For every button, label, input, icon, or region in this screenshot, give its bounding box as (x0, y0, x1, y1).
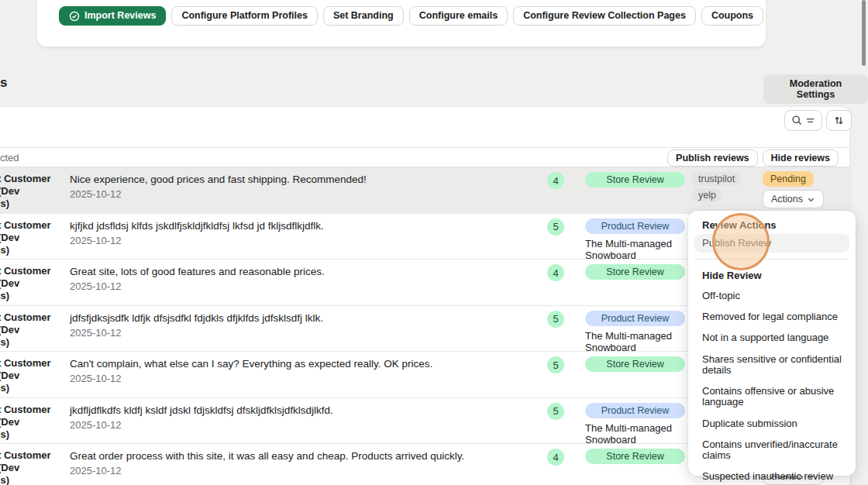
review-type-cell: Product Review The Multi-managed Snowboa… (585, 218, 694, 262)
configure-platform-profiles-button[interactable]: Configure Platform Profiles (171, 6, 318, 26)
chevron-down-icon (807, 195, 815, 204)
review-type-badge: Store Review (585, 449, 685, 464)
actions-dropdown-menu: Review Actions Publish Review Hide Revie… (688, 211, 856, 476)
customer-name: t Customer (Dev ls) (0, 449, 69, 485)
review-cell: kjfjkd jdsfldsj klfds jskdlfjskldjfkldfs… (70, 220, 519, 246)
import-reviews-label: Import Reviews (84, 10, 156, 22)
review-type-badge: Product Review (585, 403, 685, 418)
status-badge: Pending (763, 171, 814, 187)
product-name: The Multi-managed Snowboard (585, 330, 694, 354)
actions-label: Actions (771, 194, 803, 205)
actions-button[interactable]: Actions (763, 190, 824, 208)
set-branding-button[interactable]: Set Branding (323, 6, 404, 26)
setup-toolbar: Import Reviews Configure Platform Profil… (59, 6, 763, 26)
menu-item-publish-review[interactable]: Publish Review (694, 234, 849, 253)
review-type-badge: Product Review (585, 311, 685, 326)
menu-item-hide-reason[interactable]: Shares sensitive or confidential details (694, 349, 849, 380)
review-cell: Nice experience, good prices and fast sh… (70, 174, 519, 200)
menu-item-hide-reason[interactable]: Contains offensive or abusive language (694, 381, 849, 413)
review-cell: Great order process with this site, it w… (70, 450, 519, 476)
customer-name: t Customer (Dev ls) (0, 311, 69, 349)
review-cell: jdfsfjdksjsdfk ldfjk dfsjsdfkl fdjdkls d… (70, 312, 519, 339)
rating-badge: 5 (547, 218, 564, 236)
bulk-actions: Publish reviews Hide reviews (667, 150, 839, 167)
review-actions-header: Review Actions (694, 217, 849, 234)
review-type-cell: Product Review The Multi-managed Snowboa… (585, 311, 694, 354)
configure-review-collection-pages-button[interactable]: Configure Review Collection Pages (513, 6, 696, 26)
review-type-cell: Store Review (585, 172, 694, 187)
setup-card: Import Reviews Configure Platform Profil… (37, 0, 766, 46)
review-date: 2025-10-12 (70, 419, 519, 431)
rating-badge: 5 (547, 403, 564, 420)
search-icon (791, 115, 803, 126)
review-type-cell: Product Review The Multi-managed Snowboa… (585, 403, 694, 446)
hide-reasons-list: Off-topicRemoved for legal complianceNot… (694, 285, 849, 485)
menu-divider (695, 259, 849, 260)
product-name: The Multi-managed Snowboard (585, 238, 694, 262)
search-filter-button[interactable] (784, 110, 822, 131)
filter-lines-icon (805, 115, 815, 126)
publish-reviews-button[interactable]: Publish reviews (667, 150, 757, 167)
review-type-badge: Store Review (585, 172, 685, 187)
rating-badge: 4 (547, 172, 564, 189)
menu-item-hide-reason[interactable]: Removed for legal compliance (694, 306, 849, 327)
customer-name: t Customer (Dev ls) (0, 173, 69, 210)
review-date: 2025-10-12 (70, 327, 519, 339)
customer-name: t Customer (Dev ls) (0, 219, 69, 256)
menu-item-hide-review[interactable]: Hide Review (694, 266, 849, 285)
review-date: 2025-10-12 (70, 373, 519, 384)
menu-item-hide-reason[interactable]: Off-topic (694, 285, 849, 306)
table-controls (784, 110, 852, 131)
review-date: 2025-10-12 (70, 188, 519, 200)
rating-badge: 4 (547, 264, 564, 281)
menu-item-hide-reason[interactable]: Not in a supported language (694, 328, 849, 349)
table-row[interactable]: t Customer (Dev ls) bquillmedia.co.uk Ni… (0, 167, 849, 214)
review-type-badge: Store Review (585, 264, 685, 280)
rating-badge: 4 (547, 449, 564, 466)
review-type-badge: Store Review (585, 356, 685, 372)
check-circle-icon (69, 11, 80, 22)
platform-tag: yelp (692, 188, 722, 202)
review-date: 2025-10-12 (70, 465, 519, 476)
sort-arrows-icon (833, 115, 845, 126)
product-name: The Multi-managed Snowboard (585, 422, 694, 446)
review-type-cell: Store Review (585, 264, 694, 280)
tags-col: trustpilot yelp (692, 172, 741, 202)
review-type-cell: Store Review (585, 356, 694, 372)
customer-name: t Customer (Dev ls) (0, 404, 69, 441)
page-title-partial: s (0, 75, 7, 91)
review-cell: Can't complain, what else can I say? Eve… (70, 358, 519, 384)
review-text: Nice experience, good prices and fast sh… (70, 174, 519, 186)
table-header-row: cted Publish reviews Hide reviews (0, 147, 849, 167)
menu-item-hide-reason[interactable]: Contains unverified/inaccurate claims (694, 434, 849, 466)
customer-name: t Customer (Dev ls) (0, 265, 69, 302)
hide-reviews-button[interactable]: Hide reviews (763, 150, 839, 167)
configure-emails-button[interactable]: Configure emails (409, 6, 508, 26)
review-date: 2025-10-12 (70, 280, 519, 292)
review-type-badge: Product Review (585, 218, 685, 234)
rating-badge: 5 (547, 356, 564, 373)
platform-tag: trustpilot (692, 172, 741, 186)
review-text: Can't complain, what else can I say? Eve… (70, 358, 519, 370)
vertical-scrollbar[interactable] (862, 0, 866, 66)
menu-item-hide-reason[interactable]: Suspected inauthentic review (694, 466, 849, 485)
customer-cell: t Customer (Dev ls) bquillmedia.co.uk (0, 449, 69, 485)
review-text: kjfjkd jdsfldsj klfds jskdlfjskldjfkldfs… (70, 220, 519, 232)
review-type-cell: Store Review (585, 449, 694, 464)
review-text: jkdfljdflkdfs kldfj ksldf jdskl fdjskldf… (70, 404, 519, 417)
review-text: Great order process with this site, it w… (70, 450, 519, 463)
rating-badge: 5 (547, 311, 564, 328)
customer-name: t Customer (Dev ls) (0, 357, 69, 394)
coupons-button[interactable]: Coupons (701, 6, 763, 26)
menu-item-hide-reason[interactable]: Duplicate submission (694, 413, 849, 434)
review-cell: Great site, lots of good features and re… (70, 266, 519, 292)
moderation-settings-button[interactable]: Moderation Settings (763, 74, 868, 104)
review-text: Great site, lots of good features and re… (70, 266, 519, 278)
selected-count-partial: cted (0, 152, 19, 163)
sort-button[interactable] (826, 110, 852, 131)
review-text: jdfsfjdksjsdfk ldfjk dfsjsdfkl fdjdkls d… (70, 312, 519, 325)
import-reviews-button[interactable]: Import Reviews (59, 6, 166, 26)
review-cell: jkdfljdflkdfs kldfj ksldf jdskl fdjskldf… (70, 404, 519, 431)
review-date: 2025-10-12 (70, 235, 519, 246)
